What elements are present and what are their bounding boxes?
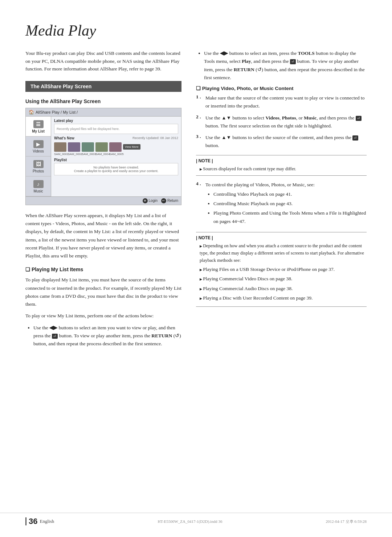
allshare-footer: ⊕ Login ↩ Return <box>26 196 181 205</box>
sidebar-item-photos[interactable]: 🖼 Photos <box>26 156 51 176</box>
latest-play-label: Latest play <box>54 119 178 123</box>
page-title: Media Play <box>25 22 367 39</box>
step4-bullet-3: Playing Photo Contents and Using the Too… <box>213 209 367 225</box>
thumbnails-row: View More <box>54 142 178 152</box>
videos-icon: ▶ <box>33 140 44 148</box>
playing-my-list-bullets: Use the ◀▶ buttons to select an item you… <box>25 324 181 348</box>
music-icon: ♪ <box>33 180 44 188</box>
latest-play-content: Recently played files will be displayed … <box>54 124 178 134</box>
page-number-box: 36 English <box>25 517 54 526</box>
note2-item-1: Depending on how and when you attach a c… <box>200 242 367 264</box>
thumbnail-2 <box>68 142 80 152</box>
step-4: 4 . To control the playing of Videos, Ph… <box>196 181 367 227</box>
whats-new-section: What's New Recently Updated: 08 Jan 2012… <box>54 136 178 156</box>
enter-icon-3: ⏎ <box>356 116 362 121</box>
playlist-no-items: No playlists have been created. <box>57 166 176 169</box>
step-3: 3 . Use the ▲▼ buttons to select the sou… <box>196 134 367 150</box>
sam-label-4: SAM_0004 <box>95 152 108 156</box>
sam-labels-row: SAM_0001 SAM_0002 SAM_0003 SAM_0004 SAM_… <box>54 152 178 156</box>
allshare-body: ☰ My List ▶ Videos 🖼 Photos ♪ <box>26 117 181 196</box>
enter-icon-4: ⏎ <box>352 135 358 141</box>
page-footer: 36 English HT-E5500W_ZA_0417-1(D2D).indd… <box>0 513 392 526</box>
step-1: 1 . Make sure that the source of the con… <box>196 94 367 110</box>
thumbnail-1 <box>54 142 66 152</box>
page-language: English <box>40 518 54 524</box>
footer-login[interactable]: ⊕ Login <box>143 198 158 203</box>
sam-label-3: SAM_0003 <box>82 152 94 156</box>
playlist-label: Playlist <box>54 158 178 162</box>
intro-text: Your Blu-ray product can play Disc and U… <box>25 49 181 73</box>
note2-sub-3: Playing Commercial Audio Discs on page 3… <box>200 285 367 293</box>
enter-icon-2: ⏎ <box>290 59 296 64</box>
thumbnail-3 <box>82 142 94 152</box>
right-col-bullets: Use the ◀▶ buttons to select an item, pr… <box>196 49 367 82</box>
allshare-breadcrumb: 🏠 AllShare Play / My List / <box>26 108 181 117</box>
playing-video-photo-heading: ❑ Playing Video, Photo, or Music Content <box>196 85 367 91</box>
sidebar-mylist-label: My List <box>32 129 44 133</box>
return-icon: ↩ <box>161 198 166 203</box>
note2-sub-2: Playing Commercial Video Discs on page 3… <box>200 275 367 283</box>
file-info: HT-E5500W_ZA_0417-1(D2D).indd 36 <box>158 519 222 524</box>
sam-label-1: SAM_0001 <box>54 152 66 156</box>
note2-sub-1: Playing Files on a USB Storage Device or… <box>200 265 367 273</box>
page-wrapper: Media Play Your Blu-ray product can play… <box>0 0 392 537</box>
note-box-2: | NOTE | Depending on how and when you a… <box>196 232 367 307</box>
sidebar-music-label: Music <box>33 189 43 193</box>
note2-label: | NOTE | <box>196 235 213 240</box>
allshare-content-area: Latest play Recently played files will b… <box>51 117 181 196</box>
step-2: 2 . Use the ▲▼ buttons to select Videos,… <box>196 114 367 130</box>
sidebar-item-videos[interactable]: ▶ Videos <box>26 137 51 156</box>
breadcrumb-text: AllShare Play / My List / <box>36 110 78 114</box>
login-icon: ⊕ <box>143 198 148 203</box>
whats-new-header: What's New Recently Updated: 08 Jan 2012 <box>54 136 178 141</box>
sidebar-item-mylist[interactable]: ☰ My List <box>26 117 51 137</box>
col-right: Use the ◀▶ buttons to select an item, pr… <box>196 49 367 352</box>
thumbnail-5 <box>109 142 122 152</box>
footer-return-label: Return <box>167 199 178 203</box>
step4-bullet-1: Controlling Video Playback on page 41. <box>213 190 367 198</box>
note-box-1: | NOTE | Sources displayed for each cont… <box>196 155 367 176</box>
sidebar-item-music[interactable]: ♪ Music <box>26 176 51 196</box>
sam-label-2: SAM_0002 <box>68 152 80 156</box>
footer-return[interactable]: ↩ Return <box>161 198 178 203</box>
note1-label: | NOTE | <box>196 158 213 163</box>
playing-my-list-para2: To play or view My List items, perform o… <box>25 312 181 320</box>
section-box-header: The AllShare Play Screen <box>25 81 181 92</box>
home-icon: 🏠 <box>29 110 34 115</box>
whats-new-label: What's New <box>54 136 74 140</box>
playlist-create-hint: Create a playlist to quickly and easily … <box>57 169 176 173</box>
note2-content: Depending on how and when you attach a c… <box>196 242 367 302</box>
bullet-item-2: Use the ◀▶ buttons to select an item, pr… <box>204 49 367 82</box>
using-allshare-heading: Using the AllShare Play Screen <box>25 98 181 104</box>
footer-login-label: Login <box>149 199 158 203</box>
photos-icon: 🖼 <box>33 160 44 168</box>
col-left: Your Blu-ray product can play Disc and U… <box>25 49 181 352</box>
allshare-screen-mockup: 🏠 AllShare Play / My List / ☰ My List ▶ … <box>25 108 181 205</box>
enter-icon-1: ⏎ <box>52 334 58 339</box>
playing-my-list-heading: ❑ Playing My List Items <box>25 267 181 272</box>
bullet-item-1: Use the ◀▶ buttons to select an item you… <box>33 324 181 348</box>
step4-bullet-2: Controlling Music Playback on page 43. <box>213 200 367 208</box>
playing-my-list-para1: To play displayed My List items, you mus… <box>25 276 181 308</box>
page-bar <box>25 517 26 525</box>
note1-item-1: Sources displayed for each content type … <box>200 165 367 172</box>
note1-content: Sources displayed for each content type … <box>196 165 367 172</box>
step4-bullets: Controlling Video Playback on page 41. C… <box>205 190 367 225</box>
sidebar-photos-label: Photos <box>33 169 44 173</box>
view-more-button[interactable]: View More <box>123 144 140 150</box>
sidebar-videos-label: Videos <box>33 149 44 153</box>
whats-new-date: Recently Updated: 08 Jan 2012 <box>132 136 178 140</box>
allshare-sidebar: ☰ My List ▶ Videos 🖼 Photos ♪ <box>26 117 51 196</box>
playlist-section: Playlist No playlists have been created.… <box>54 158 178 175</box>
two-col-layout: Your Blu-ray product can play Disc and U… <box>25 49 367 352</box>
thumbnail-4 <box>95 142 108 152</box>
latest-play-section: Latest play Recently played files will b… <box>54 119 178 134</box>
note2-sub-4: Playing a Disc with User Recorded Conten… <box>200 294 367 302</box>
note2-sub-bullets: Playing Files on a USB Storage Device or… <box>196 265 367 302</box>
sam-label-5: SAM_0005 <box>109 152 122 156</box>
when-appears-text: When the AllShare Play screen appears, i… <box>25 212 181 260</box>
mylist-icon: ☰ <box>33 120 44 128</box>
page-number: 36 <box>29 517 37 526</box>
date-info: 2012-04-17 오후 6:59:28 <box>326 519 367 524</box>
playlist-content: No playlists have been created. Create a… <box>54 163 178 175</box>
